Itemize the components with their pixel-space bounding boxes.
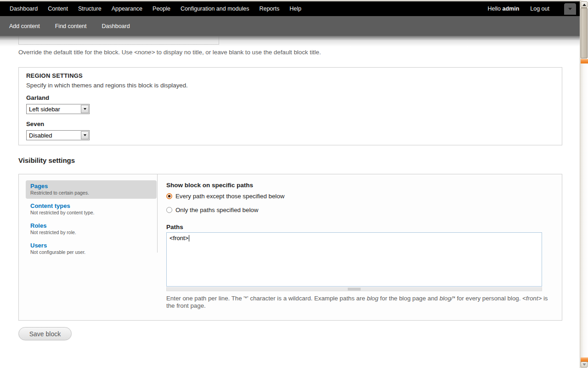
menu-item-help[interactable]: Help	[284, 6, 306, 12]
vertical-tabs: Pages Restricted to certain pages. Conte…	[26, 180, 157, 259]
tab-label: Users	[30, 242, 152, 249]
seven-region-selected-value: Disabled	[27, 132, 81, 139]
tab-roles[interactable]: Roles Not restricted by role.	[26, 220, 157, 238]
seven-theme-label: Seven	[26, 121, 554, 127]
shortcut-bar: Add content Find content Dashboard	[0, 16, 580, 36]
tabs-divider	[157, 174, 158, 253]
paths-value: <front>	[170, 235, 188, 242]
block-configure-page: Dashboard Content Structure Appearance P…	[0, 0, 588, 368]
scroll-up-icon	[582, 4, 586, 6]
select-dropdown-button[interactable]	[81, 131, 89, 139]
admin-toolbar: Dashboard Content Structure Appearance P…	[0, 1, 580, 16]
admin-menu: Dashboard Content Structure Appearance P…	[0, 6, 306, 12]
shortcut-dashboard[interactable]: Dashboard	[102, 23, 130, 29]
menu-item-people[interactable]: People	[147, 6, 175, 12]
paths-textarea[interactable]: <front>	[166, 232, 542, 287]
tab-pages[interactable]: Pages Restricted to certain pages.	[26, 180, 157, 199]
menu-item-structure[interactable]: Structure	[73, 6, 107, 12]
chevron-down-icon	[568, 8, 572, 10]
tab-label: Pages	[30, 183, 152, 190]
scroll-down-icon	[582, 363, 586, 366]
tab-label: Roles	[30, 223, 152, 229]
scroll-up-button[interactable]	[581, 1, 588, 8]
text-cursor	[189, 235, 189, 242]
tab-summary: Restricted to certain pages.	[30, 190, 152, 196]
region-settings-fieldset: REGION SETTINGS Specify in which themes …	[18, 67, 562, 145]
garland-theme-label: Garland	[26, 94, 554, 101]
logout-link[interactable]: Log out	[530, 6, 549, 12]
paths-label: Paths	[166, 224, 183, 230]
scrollbar-marker-top	[581, 59, 588, 63]
scroll-down-button[interactable]	[581, 362, 588, 368]
tab-summary: Not restricted by role.	[30, 230, 152, 235]
shortcut-add-content[interactable]: Add content	[9, 23, 40, 29]
greeting-text: Hello admin	[487, 6, 519, 12]
tab-summary: Not restricted by content type.	[30, 210, 152, 215]
username: admin	[502, 6, 519, 12]
tab-users[interactable]: Users Not configurable per user.	[26, 240, 157, 258]
chevron-down-icon	[84, 134, 86, 136]
radio-only-listed-paths[interactable]: Only the paths specified below	[166, 207, 258, 213]
seven-region-select[interactable]: Disabled	[26, 130, 90, 140]
save-block-button[interactable]: Save block	[18, 327, 72, 340]
select-dropdown-button[interactable]	[81, 105, 89, 113]
menu-item-content[interactable]: Content	[43, 6, 73, 12]
vertical-scrollbar[interactable]	[580, 0, 588, 368]
toolbar-user-area: Hello admin Log out	[487, 6, 549, 12]
menu-item-configuration-and-modules[interactable]: Configuration and modules	[175, 6, 254, 12]
garland-region-selected-value: Left sidebar	[27, 106, 81, 113]
visibility-settings-heading: Visibility settings	[18, 156, 75, 164]
region-settings-description: Specify in which themes and regions this…	[26, 82, 554, 89]
grip-handle-icon	[348, 288, 361, 290]
paths-description: Enter one path per line. The '*' charact…	[166, 295, 548, 309]
visibility-settings-panel: Pages Restricted to certain pages. Conte…	[18, 174, 562, 321]
toolbar-toggle-button[interactable]	[564, 3, 576, 15]
radio-label: Every path except those specified below	[175, 193, 284, 200]
region-settings-legend: REGION SETTINGS	[26, 72, 554, 79]
shortcut-find-content[interactable]: Find content	[55, 23, 87, 29]
menu-item-dashboard[interactable]: Dashboard	[5, 6, 43, 12]
tab-content-types[interactable]: Content types Not restricted by content …	[26, 200, 157, 218]
garland-region-select[interactable]: Left sidebar	[26, 104, 90, 114]
menu-item-appearance[interactable]: Appearance	[107, 6, 147, 12]
show-block-heading: Show block on specific paths	[166, 182, 253, 189]
scrollbar-thumb[interactable]	[581, 8, 588, 58]
radio-unselected-icon[interactable]	[166, 207, 172, 213]
chevron-down-icon	[84, 108, 86, 110]
main-content: Override the default title for the block…	[0, 0, 580, 368]
tab-summary: Not configurable per user.	[30, 249, 152, 255]
menu-item-reports[interactable]: Reports	[254, 6, 284, 12]
block-title-description: Override the default title for the block…	[18, 49, 321, 56]
shortcut-links: Add content Find content Dashboard	[9, 16, 130, 36]
textarea-resize-grippie[interactable]	[166, 287, 542, 291]
radio-every-path-except[interactable]: Every path except those specified below	[166, 193, 284, 200]
radio-label: Only the paths specified below	[175, 207, 258, 213]
radio-selected-icon[interactable]	[166, 193, 172, 199]
tab-label: Content types	[30, 203, 152, 209]
